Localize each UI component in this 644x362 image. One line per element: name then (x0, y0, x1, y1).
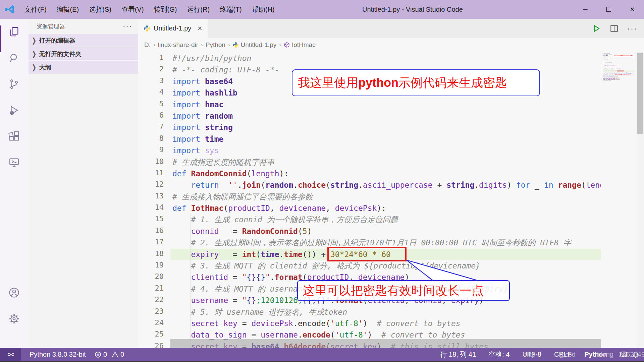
breadcrumb-separator: › (201, 42, 203, 48)
breadcrumb-item-1[interactable]: linux-share-dir (158, 41, 198, 49)
code-editor[interactable]: #!/usr/bin/python# -*- coding: UTF-8 -*-… (603, 53, 621, 80)
encoding-status[interactable]: UTF-8 (522, 351, 541, 358)
menu-item-2[interactable]: 选择(S) (84, 0, 116, 19)
breadcrumb-label: IotHmac (292, 41, 316, 49)
run-debug-icon[interactable] (0, 97, 28, 123)
sidebar-section-2[interactable]: ❯大纲 (29, 61, 138, 74)
account-icon[interactable] (0, 280, 28, 306)
split-editor-icon[interactable] (610, 24, 619, 33)
line-number: 17 (138, 236, 170, 248)
sidebar-more-actions-icon[interactable]: ··· (123, 22, 132, 31)
sidebar-section-0[interactable]: ❯打开的编辑器 (29, 34, 138, 47)
line-number: 12 (138, 179, 170, 190)
warning-icon (112, 351, 118, 358)
code-line[interactable]: import string (172, 122, 601, 133)
code-line[interactable]: # 生成指定长度的随机字符串 (172, 157, 601, 168)
python-interpreter-status[interactable]: Python 3.8.0 32-bit (30, 351, 86, 358)
code-line[interactable]: # 生成接入物联网通信平台需要的各参数 (172, 191, 601, 202)
menu-item-0[interactable]: 文件(F) (19, 0, 52, 19)
breadcrumb-item-0[interactable]: D: (144, 41, 151, 49)
line-number: 5 (138, 98, 170, 110)
line-number: 16 (138, 225, 170, 236)
code-line[interactable]: def RandomConnid(length): (172, 168, 601, 179)
code-editor[interactable]: #!/usr/bin/python# -*- coding: UTF-8 -*-… (170, 52, 601, 348)
code-line[interactable]: secret_key = base64.b64decode(secret_key… (603, 79, 621, 80)
bell-icon[interactable] (632, 351, 639, 358)
code-line[interactable]: def IotHmac(productID, devicename, devic… (172, 202, 601, 214)
code-line[interactable]: #!/usr/bin/python (172, 53, 601, 64)
window-title: Untitled-1.py - Visual Studio Code (362, 0, 463, 19)
sidebar-section-label: 无打开的文件夹 (39, 50, 81, 58)
horizontal-scrollbar[interactable] (170, 339, 601, 348)
extensions-icon[interactable] (0, 123, 28, 149)
line-number-gutter: 1234567891011121314151617181920212223242… (138, 52, 170, 348)
feedback-icon[interactable] (620, 351, 627, 358)
maximize-button[interactable] (597, 0, 621, 19)
line-number: 11 (138, 167, 170, 179)
language-mode-status[interactable]: Python (584, 351, 607, 358)
breadcrumb-separator: › (228, 42, 230, 48)
error-icon (95, 351, 101, 358)
line-number: 18 (138, 248, 170, 259)
tab-strip: Untitled-1.py ✕ (138, 19, 644, 38)
code-line[interactable]: secret_key = devicePsk.encode('utf-8') #… (172, 318, 601, 329)
annotation-note-2: 这里可以把密匙有效时间改长一点 (614, 73, 633, 75)
annotation-note-1: 我这里使用python示例代码来生成密匙 (292, 69, 540, 96)
source-control-icon[interactable] (0, 71, 28, 97)
code-line[interactable]: import sys (172, 145, 601, 156)
close-button[interactable]: ✕ (621, 0, 644, 19)
menu-item-1[interactable]: 编辑(E) (52, 0, 84, 19)
explorer-icon[interactable] (0, 19, 28, 45)
chevron-right-icon: ❯ (32, 50, 36, 58)
run-button-icon[interactable] (592, 24, 601, 33)
vscode-logo-icon (5, 4, 15, 14)
minimize-button[interactable]: ─ (574, 0, 597, 19)
tab-label: Untitled-1.py (154, 24, 191, 32)
breadcrumb-item-2[interactable]: Python (206, 41, 225, 49)
code-line[interactable]: connid = RandomConnid(5) (172, 226, 601, 237)
code-line[interactable]: # 3. 生成 MQTT 的 clientid 部分, 格式为 ${produc… (172, 260, 601, 272)
line-number: 1 (138, 52, 170, 63)
sidebar-sections: ❯打开的编辑器❯无打开的文件夹❯大纲 (29, 34, 138, 74)
code-line[interactable]: return ''.join(random.choice(string.asci… (172, 179, 601, 191)
python-icon (233, 42, 239, 48)
cursor-position-status[interactable]: 行 18, 列 41 (440, 350, 476, 359)
menu-item-3[interactable]: 查看(V) (116, 0, 149, 19)
menu-item-7[interactable]: 帮助(H) (247, 0, 280, 19)
remote-explorer-icon[interactable] (0, 149, 28, 176)
menu-item-5[interactable]: 运行(R) (182, 0, 215, 19)
code-line[interactable]: import random (172, 110, 601, 122)
breadcrumb-label: linux-share-dir (158, 41, 198, 49)
breadcrumb-item-3[interactable]: Untitled-1.py (233, 41, 277, 49)
chevron-right-icon: ❯ (32, 63, 36, 71)
remote-indicator[interactable]: >< (0, 348, 21, 361)
vertical-scrollbar[interactable] (636, 52, 644, 348)
sidebar-section-label: 大纲 (39, 63, 51, 71)
code-line[interactable]: # 5. 对 username 进行签名, 生成token (172, 306, 601, 318)
sidebar-section-1[interactable]: ❯无打开的文件夹 (29, 47, 138, 60)
symbol-namespace-icon (284, 42, 290, 48)
tab-close-icon[interactable]: ✕ (197, 25, 202, 32)
python-icon (144, 25, 150, 32)
minimap[interactable]: #!/usr/bin/python# -*- coding: UTF-8 -*-… (603, 53, 635, 348)
more-actions-icon[interactable]: ··· (627, 24, 637, 33)
line-number: 4 (138, 86, 170, 98)
menu-item-6[interactable]: 终端(T) (215, 0, 247, 19)
line-number: 9 (138, 144, 170, 156)
code-line[interactable]: import hmac (172, 99, 601, 110)
code-line[interactable]: import time (172, 133, 601, 145)
code-line[interactable]: # 1. 生成 connid 为一个随机字符串，方便后台定位问题 (172, 214, 601, 225)
sidebar-section-label: 打开的编辑器 (39, 37, 75, 45)
annotation-callout-tail (395, 256, 486, 283)
problems-status[interactable]: 0 0 (95, 351, 124, 358)
indentation-status[interactable]: 空格: 4 (489, 350, 509, 359)
settings-gear-icon[interactable] (0, 306, 28, 332)
vertical-scrollbar-thumb[interactable] (637, 53, 643, 134)
search-icon[interactable] (0, 45, 28, 71)
menu-item-4[interactable]: 转到(G) (149, 0, 182, 19)
annotation-note-1: 我这里使用python示例代码来生成密匙 (614, 55, 635, 57)
tab-untitled-1[interactable]: Untitled-1.py ✕ (138, 19, 208, 38)
eol-status[interactable]: CRLF (554, 351, 572, 358)
sidebar-explorer: 资源管理器 ··· ❯打开的编辑器❯无打开的文件夹❯大纲 (29, 19, 138, 348)
breadcrumb-item-4[interactable]: IotHmac (284, 41, 316, 49)
